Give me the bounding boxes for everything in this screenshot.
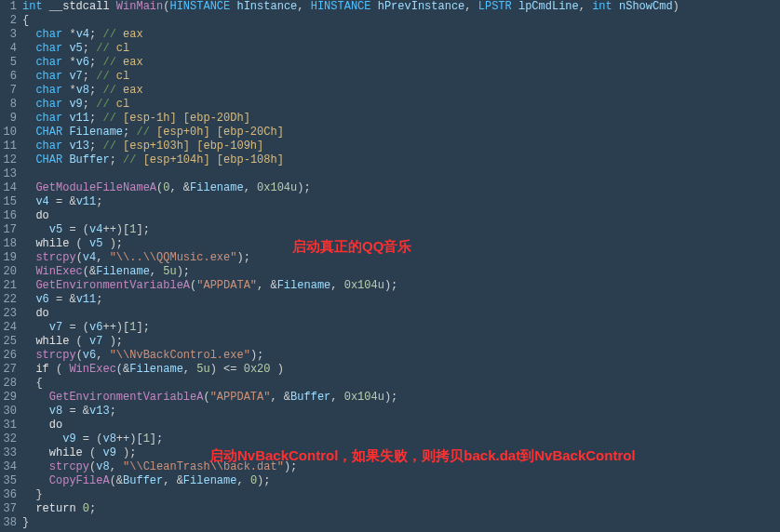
line-number: 8 [0, 98, 17, 112]
line-number: 4 [0, 42, 17, 56]
code-line[interactable]: v4 = &v11; [22, 195, 780, 209]
code-line[interactable]: char v13; // [esp+103h] [ebp-109h] [22, 140, 780, 153]
code-line[interactable]: while ( v7 ); [22, 335, 780, 349]
code-line[interactable] [22, 167, 780, 181]
line-number: 24 [0, 321, 17, 335]
code-line[interactable]: char v7; // cl [22, 70, 780, 84]
code-line[interactable]: GetModuleFileNameA(0, &Filename, 0x104u)… [22, 181, 780, 195]
line-number-gutter: 1234567891011121314151617181920212223242… [0, 0, 20, 530]
line-number: 16 [0, 209, 17, 223]
code-line[interactable]: v8 = &v13; [22, 405, 780, 419]
line-number: 9 [0, 112, 17, 126]
code-line[interactable]: v6 = &v11; [22, 293, 780, 307]
line-number: 31 [0, 419, 17, 432]
line-number: 6 [0, 70, 17, 84]
line-number: 33 [0, 446, 17, 460]
line-number: 36 [0, 488, 17, 502]
line-number: 34 [0, 460, 17, 474]
line-number: 38 [0, 516, 17, 530]
code-line[interactable]: } [22, 516, 780, 530]
code-line[interactable]: CopyFileA(&Buffer, &Filename, 0); [22, 474, 780, 488]
line-number: 37 [0, 502, 17, 516]
line-number: 35 [0, 474, 17, 488]
line-number: 19 [0, 251, 17, 265]
line-number: 18 [0, 237, 17, 251]
code-line[interactable]: v9 = (v8++)[1]; [22, 432, 780, 446]
code-line[interactable]: } [22, 488, 780, 502]
code-line[interactable]: strcpy(v6, "\\NvBackControl.exe"); [22, 349, 780, 363]
code-line[interactable]: { [22, 14, 780, 28]
code-line[interactable]: GetEnvironmentVariableA("APPDATA", &Buff… [22, 391, 780, 405]
line-number: 20 [0, 265, 17, 279]
line-number: 14 [0, 181, 17, 195]
line-number: 17 [0, 223, 17, 237]
line-number: 11 [0, 140, 17, 153]
code-line[interactable]: char v11; // [esp-1h] [ebp-20Dh] [22, 112, 780, 126]
line-number: 23 [0, 307, 17, 321]
line-number: 28 [0, 377, 17, 391]
line-number: 7 [0, 84, 17, 98]
code-line[interactable]: v7 = (v6++)[1]; [22, 321, 780, 335]
line-number: 21 [0, 279, 17, 293]
code-line[interactable]: WinExec(&Filename, 5u); [22, 265, 780, 279]
line-number: 10 [0, 126, 17, 140]
code-line[interactable]: CHAR Buffer; // [esp+104h] [ebp-108h] [22, 153, 780, 167]
line-number: 15 [0, 195, 17, 209]
code-line[interactable]: v5 = (v4++)[1]; [22, 223, 780, 237]
code-line[interactable]: do [22, 209, 780, 223]
line-number: 26 [0, 349, 17, 363]
line-number: 30 [0, 405, 17, 419]
line-number: 2 [0, 14, 17, 28]
line-number: 13 [0, 167, 17, 181]
line-number: 1 [0, 0, 17, 14]
line-number: 3 [0, 28, 17, 42]
code-line[interactable]: char *v8; // eax [22, 84, 780, 98]
code-line[interactable]: GetEnvironmentVariableA("APPDATA", &File… [22, 279, 780, 293]
code-line[interactable]: char *v4; // eax [22, 28, 780, 42]
code-line[interactable]: int __stdcall WinMain(HINSTANCE hInstanc… [22, 0, 780, 14]
code-line[interactable]: do [22, 419, 780, 432]
annotation-2: 启动NvBackControl，如果失败，则拷贝back.dat到NvBackC… [209, 448, 636, 462]
line-number: 5 [0, 56, 17, 70]
line-number: 22 [0, 293, 17, 307]
code-line[interactable]: if ( WinExec(&Filename, 5u) <= 0x20 ) [22, 363, 780, 377]
code-line[interactable]: { [22, 377, 780, 391]
code-line[interactable]: CHAR Filename; // [esp+0h] [ebp-20Ch] [22, 126, 780, 140]
line-number: 27 [0, 363, 17, 377]
line-number: 12 [0, 153, 17, 167]
line-number: 25 [0, 335, 17, 349]
annotation-1: 启动真正的QQ音乐 [292, 239, 411, 253]
code-line[interactable]: char v9; // cl [22, 98, 780, 112]
code-line[interactable]: char v5; // cl [22, 42, 780, 56]
code-line[interactable]: char *v6; // eax [22, 56, 780, 70]
code-line[interactable]: return 0; [22, 502, 780, 516]
line-number: 32 [0, 432, 17, 446]
line-number: 29 [0, 391, 17, 405]
code-line[interactable]: do [22, 307, 780, 321]
